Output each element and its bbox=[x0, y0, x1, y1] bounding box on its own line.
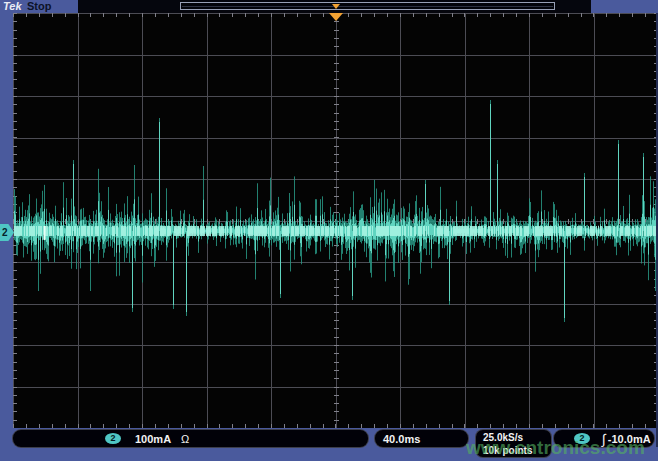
tek-logo: Tek bbox=[3, 0, 22, 13]
status-bar: Tek Stop bbox=[0, 0, 658, 13]
channel-2-badge: 2 bbox=[105, 433, 121, 444]
timebase-readout: 40.0ms bbox=[374, 429, 469, 448]
trigger-position-indicator-icon[interactable] bbox=[332, 4, 340, 9]
oscilloscope-screen: Tek Stop 2 2 100mA Ω 40.0ms 25.0kS/s 10k… bbox=[0, 0, 658, 461]
trigger-position-marker-icon[interactable] bbox=[329, 13, 343, 21]
channel-impedance-value: Ω bbox=[181, 433, 189, 445]
record-position-bar[interactable] bbox=[180, 2, 555, 10]
acquisition-state: Stop bbox=[27, 0, 51, 13]
record-bar-baseline bbox=[182, 6, 553, 7]
graticule-area bbox=[13, 13, 658, 428]
timebase-value: 40.0ms bbox=[383, 433, 420, 445]
channel-2-readout: 2 100mA Ω bbox=[12, 429, 369, 448]
channel-scale-value: 100mA bbox=[135, 433, 171, 445]
status-bar-backdrop bbox=[78, 0, 591, 13]
watermark-text: www.cntronics.com bbox=[466, 437, 645, 459]
channel-2-position-marker[interactable]: 2 bbox=[0, 224, 14, 241]
waveform-display bbox=[13, 13, 658, 428]
